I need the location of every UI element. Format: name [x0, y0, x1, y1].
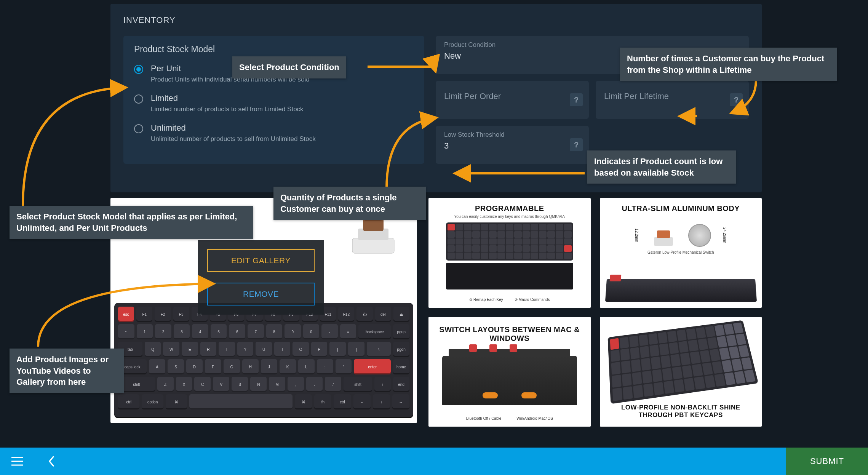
submit-button[interactable]: SUBMIT	[786, 448, 868, 475]
thumb-title: SWITCH LAYOUTS BETWEEN MAC & WINDOWS	[435, 325, 585, 343]
gallery-overlay: EDIT GALLERY REMOVE	[198, 240, 324, 315]
radio-desc: Limited number of products to sell from …	[151, 106, 304, 113]
thumb-foot-right: ⊘ Macro Commands	[515, 297, 550, 302]
keyboard-illustration: escF1F2F3F4F5F6F7F8F9F10F11F12⏻del⏏ ~123…	[114, 303, 413, 417]
thumb-dim-left: 12.2mm	[635, 229, 639, 242]
thumb-sub: You can easily customize any keys and ma…	[454, 214, 565, 219]
gallery-thumb-ultraslim[interactable]: ULTRA-SLIM ALUMINUM BODY 12.2mm 24.26mm …	[600, 198, 762, 308]
gallery-thumb-keycaps[interactable]: LOW-PROFILE NON-BACKLIT SHINE THROUGH PB…	[600, 317, 762, 427]
callout-select-condition: Select Product Condition	[232, 56, 346, 78]
limit-per-order-field[interactable]: Limit Per Order ?	[436, 81, 589, 119]
callout-per-order: Quantity of Products a single Customer c…	[273, 187, 426, 220]
field-value: 3	[444, 141, 580, 151]
edit-gallery-button[interactable]: EDIT GALLERY	[207, 249, 315, 272]
help-icon[interactable]: ?	[570, 138, 583, 151]
thumb-foot-left: Bluetooth Off / Cable	[466, 416, 502, 421]
back-icon[interactable]	[34, 448, 69, 475]
switch-mini-illustration	[650, 222, 677, 249]
keyboard-mini-illustration	[446, 222, 573, 261]
coin-illustration	[688, 224, 711, 247]
radio-unlimited[interactable]: Unlimited Unlimited number of products t…	[134, 123, 414, 143]
remove-button[interactable]: REMOVE	[207, 283, 315, 305]
svg-rect-5	[657, 230, 670, 238]
limit-per-lifetime-field[interactable]: Limit Per Lifetime ?	[596, 81, 749, 119]
radio-limited[interactable]: Limited Limited number of products to se…	[134, 93, 414, 113]
gallery-thumb-programmable[interactable]: PROGRAMMABLE You can easily customize an…	[428, 198, 591, 308]
panel-title: INVENTORY	[123, 15, 749, 25]
radio-icon	[134, 124, 143, 133]
callout-stock-model: Select Product Stock Model that applies …	[10, 206, 253, 239]
thumb-foot-left: ⊘ Remap Each Key	[469, 297, 503, 302]
thumb-title: ULTRA-SLIM ALUMINUM BODY	[622, 204, 740, 213]
field-label: Limit Per Order	[444, 91, 580, 101]
radio-label: Limited	[151, 93, 304, 103]
field-label: Limit Per Lifetime	[604, 91, 740, 101]
thumb-title: PROGRAMMABLE	[475, 204, 544, 213]
callout-low-stock: Indicates if Product count is low based …	[587, 150, 736, 184]
thumb-caption: Gateron Low-Profile Mechanical Switch	[647, 250, 714, 254]
thumb-title-bottom: LOW-PROFILE NON-BACKLIT SHINE THROUGH PB…	[606, 404, 756, 419]
callout-lifetime: Number of times a Customer can buy the P…	[620, 48, 837, 81]
radio-label: Unlimited	[151, 123, 316, 133]
stock-model-section: Product Stock Model Per Unit Product Uni…	[123, 36, 424, 164]
low-stock-threshold-field[interactable]: Low Stock Threshold 3 ?	[436, 126, 589, 164]
help-icon[interactable]: ?	[570, 93, 583, 106]
radio-icon	[134, 94, 143, 104]
svg-rect-4	[654, 237, 673, 246]
callout-gallery: Add Product Images or YouTube Videos to …	[10, 349, 124, 393]
svg-rect-0	[352, 238, 394, 253]
bottom-bar: SUBMIT	[0, 448, 868, 475]
keyboard-angled-illustration	[608, 320, 759, 404]
help-icon[interactable]: ?	[730, 93, 743, 106]
menu-icon[interactable]	[0, 448, 34, 475]
gallery-thumb-switch-layouts[interactable]: SWITCH LAYOUTS BETWEEN MAC & WINDOWS Blu…	[428, 317, 591, 427]
radio-desc: Unlimited number of products to sell fro…	[151, 135, 316, 143]
field-label: Low Stock Threshold	[444, 131, 580, 139]
radio-icon	[134, 65, 143, 74]
thumb-foot-right: Win/Android Mac/iOS	[516, 416, 553, 421]
keyboard-side-illustration	[442, 356, 577, 405]
thumb-dim-right: 24.26mm	[723, 227, 727, 243]
stock-model-heading: Product Stock Model	[134, 44, 414, 54]
